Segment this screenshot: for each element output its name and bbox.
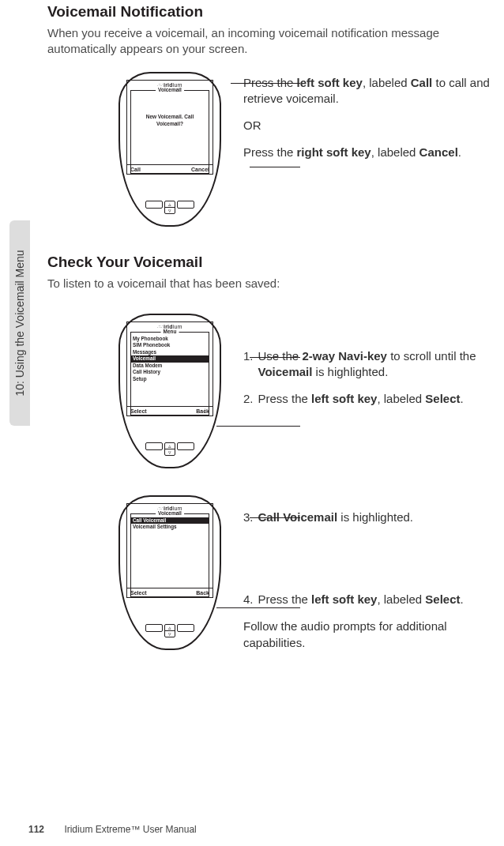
left-soft-key[interactable] xyxy=(145,201,163,209)
followup-note: Follow the audio prompts for additional … xyxy=(243,619,504,651)
menu-item: Voicemail xyxy=(131,355,209,363)
screen-title: Voicemail xyxy=(156,510,184,516)
menu-item: Messages xyxy=(131,349,209,356)
right-soft-key[interactable] xyxy=(177,201,194,209)
voicemail-prompt: New Voicemail. Call Voicemail? xyxy=(131,113,209,127)
navi-key[interactable]: ▵ ▿ xyxy=(164,442,175,456)
book-title: Iridium Extreme™ User Manual xyxy=(64,824,196,835)
nav-up-icon: ▵ xyxy=(165,201,175,207)
menu-item: My Phonebook xyxy=(131,336,209,343)
nav-down-icon: ▿ xyxy=(165,630,175,637)
left-soft-key[interactable] xyxy=(145,442,163,450)
step-1: 1. Use the 2-way Navi-key to scroll unti… xyxy=(243,348,504,381)
screen-title: Menu xyxy=(161,329,179,334)
navi-key[interactable]: ▵ ▿ xyxy=(164,201,175,214)
nav-up-icon: ▵ xyxy=(165,625,175,630)
page-footer: 112 Iridium Extreme™ User Manual xyxy=(28,824,197,835)
nav-down-icon: ▿ xyxy=(165,449,175,455)
softkey-right-label: Back xyxy=(196,590,209,596)
menu-list: My PhonebookSIM PhonebookMessagesVoicema… xyxy=(131,336,209,383)
heading-voicemail-notification: Voicemail Notification xyxy=(47,3,504,21)
phone-illustration-voicemail-menu: ∴∵iridium Voicemail Call VoicemailVoicem… xyxy=(118,495,221,650)
step-2: 2. Press the left soft key, labeled Sele… xyxy=(243,391,504,407)
right-soft-key[interactable] xyxy=(177,442,194,450)
softkey-right-label: Cancel xyxy=(191,167,209,172)
intro-voicemail-notification: When you receive a voicemail, an incomin… xyxy=(47,25,504,58)
instruction-or: OR xyxy=(243,118,504,133)
navi-key[interactable]: ▵ ▿ xyxy=(164,624,175,637)
softkey-left-label: Call xyxy=(130,167,141,172)
softkey-left-label: Select xyxy=(130,408,147,414)
heading-check-voicemail: Check Your Voicemail xyxy=(47,254,504,271)
page-number: 112 xyxy=(28,824,44,835)
menu-item: Call History xyxy=(131,369,209,376)
instruction-call: Press the left soft key, labeled Call to… xyxy=(243,75,504,107)
nav-up-icon: ▵ xyxy=(165,443,175,449)
chapter-tab-label: 10: Using the Voicemail Menu xyxy=(13,250,26,396)
menu-item: Voicemail Settings xyxy=(131,524,209,531)
intro-check-voicemail: To listen to a voicemail that has been s… xyxy=(47,276,504,291)
softkey-right-label: Back xyxy=(196,408,209,414)
phone-illustration-menu: ∴∵iridium Menu My PhonebookSIM Phonebook… xyxy=(118,314,221,468)
left-soft-key[interactable] xyxy=(145,624,163,632)
menu-item: SIM Phonebook xyxy=(131,342,209,349)
phone-illustration-notification: ∴∵iridium Voicemail New Voicemail. Call … xyxy=(118,72,221,227)
screen-title: Voicemail xyxy=(156,87,184,92)
menu-item: Call Voicemail xyxy=(131,517,209,525)
step-4: 4. Press the left soft key, labeled Sele… xyxy=(243,592,504,607)
softkey-left-label: Select xyxy=(130,590,147,596)
menu-item: Data Modem xyxy=(131,363,209,370)
menu-list: Call VoicemailVoicemail Settings xyxy=(131,517,209,531)
instruction-cancel: Press the right soft key, labeled Cancel… xyxy=(243,145,504,160)
menu-item: Setup xyxy=(131,376,209,383)
right-soft-key[interactable] xyxy=(177,624,194,632)
nav-down-icon: ▿ xyxy=(165,207,175,213)
chapter-tab: 10: Using the Voicemail Menu xyxy=(9,220,30,426)
